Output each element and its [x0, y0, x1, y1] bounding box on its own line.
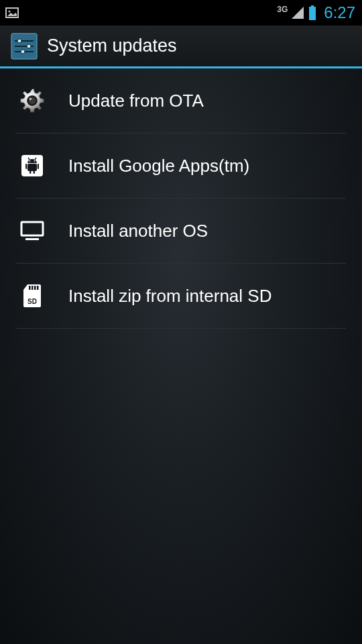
list-item-install-zip-sd[interactable]: SD Install zip from internal SD — [16, 264, 346, 329]
list-item-install-another-os[interactable]: Install another OS — [16, 199, 346, 264]
list-item-label: Update from OTA — [68, 91, 204, 111]
svg-rect-22 — [38, 164, 39, 169]
list-item-install-gapps[interactable]: Install Google Apps(tm) — [16, 133, 346, 199]
svg-rect-3 — [309, 7, 316, 20]
svg-text:SD: SD — [27, 298, 37, 305]
svg-point-16 — [29, 160, 31, 162]
svg-point-11 — [21, 50, 25, 54]
android-box-icon — [16, 150, 48, 182]
svg-rect-30 — [37, 286, 39, 290]
picture-icon — [4, 5, 20, 21]
svg-point-7 — [17, 39, 21, 43]
title-bar: System updates — [0, 25, 362, 68]
list-item-label: Install zip from internal SD — [68, 286, 272, 307]
page-title: System updates — [47, 36, 177, 56]
svg-rect-23 — [29, 170, 31, 174]
gear-icon — [16, 85, 48, 117]
svg-rect-20 — [27, 164, 37, 171]
clock: 6:27 — [324, 3, 355, 22]
svg-rect-21 — [25, 164, 27, 169]
svg-rect-25 — [21, 222, 43, 235]
svg-rect-29 — [34, 286, 36, 290]
network-type-label: 3G — [277, 5, 288, 14]
settings-list: Update from OTA Install Goog — [0, 68, 362, 329]
svg-rect-26 — [25, 238, 39, 240]
svg-point-9 — [27, 44, 31, 48]
list-item-label: Install another OS — [68, 221, 208, 241]
settings-sliders-icon — [11, 33, 38, 60]
list-item-update-ota[interactable]: Update from OTA — [16, 68, 346, 133]
svg-rect-27 — [29, 286, 31, 290]
list-item-label: Install Google Apps(tm) — [68, 156, 249, 176]
battery-icon — [308, 5, 317, 21]
sd-card-icon: SD — [16, 280, 48, 312]
monitor-icon — [16, 215, 48, 247]
svg-rect-28 — [32, 286, 34, 290]
svg-point-14 — [29, 98, 32, 101]
status-bar: 3G 6:27 — [0, 0, 362, 25]
svg-point-17 — [34, 160, 36, 162]
svg-point-1 — [9, 11, 11, 13]
signal-icon — [290, 5, 305, 20]
svg-rect-24 — [34, 170, 35, 174]
